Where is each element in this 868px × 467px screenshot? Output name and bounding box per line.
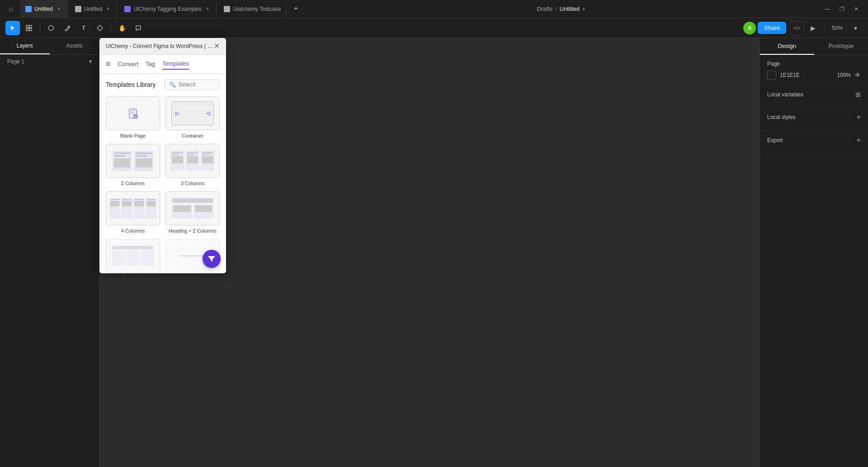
tab-uialchemy[interactable]: UiChemy Tagging Examples ✕ xyxy=(119,0,217,18)
tab-assets[interactable]: Assets xyxy=(50,38,99,54)
thumb-2col-visual xyxy=(110,149,156,173)
right-section-page-label: Page xyxy=(767,61,780,67)
tool-separator-3 xyxy=(824,24,825,33)
tab-close-uialchemy[interactable]: ✕ xyxy=(204,6,211,12)
breadcrumb-dropdown-icon[interactable]: ▾ xyxy=(582,5,585,12)
templates-library-title: Templates Library xyxy=(106,81,156,88)
tab-label-untitled2: Untitled xyxy=(84,6,103,12)
template-card-container[interactable]: ▷ ◁ Container xyxy=(165,96,220,138)
template-thumb-container[interactable]: ▷ ◁ xyxy=(165,96,220,130)
template-thumb-2-columns[interactable] xyxy=(106,144,160,178)
template-card-3-columns[interactable]: 3 Columns xyxy=(165,144,220,186)
tool-component[interactable] xyxy=(93,21,107,35)
zoom-display[interactable]: 50% xyxy=(828,23,846,33)
right-section-local-variables: Local variables ⊞ xyxy=(760,86,868,108)
maximize-button[interactable]: ❐ xyxy=(835,3,848,15)
right-section-local-styles-header: Local styles + xyxy=(767,113,861,121)
code-button[interactable]: </> xyxy=(790,21,804,35)
thumb-container-visual: ▷ ◁ xyxy=(171,101,214,125)
thumb-2col-left xyxy=(112,151,132,171)
zoom-dropdown-icon[interactable]: ▾ xyxy=(848,21,863,35)
eye-icon[interactable]: 👁 xyxy=(854,71,861,79)
template-card-heading-columns[interactable]: Heading Columns xyxy=(106,239,160,273)
template-card-blank-page[interactable]: Blank Page xyxy=(106,96,160,138)
search-icon: 🔍 xyxy=(169,81,176,88)
page-color-swatch[interactable] xyxy=(767,71,776,80)
plugin-title: UiChemy - Convert Figma to WordPress ( E… xyxy=(106,43,214,49)
plugin-nav-templates[interactable]: Templates xyxy=(162,58,189,70)
title-bar: ⌂ Untitled ✕ Untitled ✕ UiChemy Tagging … xyxy=(0,0,868,18)
template-card-4-columns[interactable]: 4 Columns xyxy=(106,191,160,234)
thumb-h2col-left xyxy=(172,204,192,219)
template-thumb-4-columns[interactable] xyxy=(106,191,160,225)
tab-design[interactable]: Design xyxy=(760,38,814,55)
tool-frame[interactable] xyxy=(22,21,36,35)
left-panel: Layers Assets Page 1 ▾ xyxy=(0,38,99,467)
template-name-heading-2-columns: Heading + 2 Columns xyxy=(165,228,220,234)
tab-testcase[interactable]: Uialchemy Testcase xyxy=(218,0,287,18)
thumb-4col-2 xyxy=(121,198,132,219)
home-icon[interactable]: ⌂ xyxy=(4,2,18,16)
tab-layers[interactable]: Layers xyxy=(0,38,50,54)
tool-separator-2 xyxy=(111,24,111,33)
tab-untitled1[interactable]: Untitled ✕ xyxy=(20,0,68,18)
page-color-row: 1E1E1E 100% 👁 xyxy=(767,71,861,80)
template-thumb-blank-page[interactable] xyxy=(106,96,160,130)
thumb-heading2col-visual xyxy=(170,196,215,220)
plugin-close-button[interactable]: ✕ xyxy=(214,43,220,50)
title-bar-right: — ❐ ✕ xyxy=(816,3,868,15)
plugin-nav-convert[interactable]: Convert xyxy=(118,59,139,69)
share-button[interactable]: Share xyxy=(758,22,786,34)
export-add-button[interactable]: + xyxy=(857,136,861,144)
template-thumb-3-columns[interactable] xyxy=(165,144,220,178)
title-bar-center: Drafts / Untitled ▾ xyxy=(307,5,816,12)
thumb-unknown-bar xyxy=(179,255,206,257)
search-input[interactable] xyxy=(179,81,215,88)
breadcrumb-separator: / xyxy=(555,5,557,12)
template-thumb-heading-2-columns[interactable] xyxy=(165,191,220,225)
local-styles-label: Local styles xyxy=(767,114,796,120)
tool-pen[interactable] xyxy=(60,21,75,35)
thumb-4col-visual xyxy=(108,196,158,220)
breadcrumb-current[interactable]: Untitled xyxy=(560,5,580,12)
close-button[interactable]: ✕ xyxy=(850,3,863,15)
thumb-container-arrow-left: ▷ xyxy=(175,110,179,116)
plugin-panel: UiChemy - Convert Figma to WordPress ( E… xyxy=(99,38,226,273)
template-card-2-columns[interactable]: 2 Columns xyxy=(106,144,160,186)
thumb-3col-2 xyxy=(186,151,200,171)
minimize-button[interactable]: — xyxy=(821,3,834,15)
tab-prototype[interactable]: Prototype xyxy=(814,38,868,55)
avatar: A xyxy=(743,22,756,34)
tool-move[interactable] xyxy=(5,21,20,35)
templates-library-header: Templates Library 🔍 xyxy=(99,74,226,94)
tool-text[interactable]: T xyxy=(76,21,91,35)
templates-grid: Blank Page ▷ ◁ Container xyxy=(99,94,226,273)
page-color-value[interactable]: 1E1E1E xyxy=(780,72,800,78)
template-name-container: Container xyxy=(165,133,220,138)
tool-shape[interactable] xyxy=(44,21,58,35)
right-section-page: Page 1E1E1E 100% 👁 xyxy=(760,55,868,86)
fab-funnel-button[interactable] xyxy=(203,250,221,268)
tab-label-untitled1: Untitled xyxy=(34,6,53,12)
tool-hand[interactable]: ✋ xyxy=(115,21,129,35)
right-panel: Design Prototype Page 1E1E1E 100% 👁 Loca… xyxy=(760,38,868,467)
template-card-heading-2-columns[interactable]: Heading + 2 Columns xyxy=(165,191,220,234)
local-styles-add-button[interactable]: + xyxy=(857,113,861,121)
local-variables-icon[interactable]: ⊞ xyxy=(855,91,861,98)
tab-close-untitled2[interactable]: ✕ xyxy=(105,6,111,12)
template-name-3-columns: 3 Columns xyxy=(165,181,220,186)
right-section-local-styles: Local styles + xyxy=(760,108,868,131)
plugin-nav-tag[interactable]: Tag xyxy=(146,59,155,69)
play-button[interactable]: ▶ xyxy=(806,21,821,35)
plugin-nav-menu-icon[interactable]: ≡ xyxy=(106,59,111,69)
tab-untitled2[interactable]: Untitled ✕ xyxy=(70,0,118,18)
tab-favicon-uialchemy xyxy=(124,6,131,12)
thumb-blank-page-icon xyxy=(106,97,160,130)
template-thumb-heading-columns[interactable] xyxy=(106,239,160,273)
tool-comment[interactable] xyxy=(131,21,146,35)
add-tab-button[interactable]: + xyxy=(288,2,303,16)
thumb-container-arrow-right: ◁ xyxy=(206,110,210,116)
page-dropdown-icon[interactable]: ▾ xyxy=(89,58,92,65)
tab-close-untitled1[interactable]: ✕ xyxy=(56,6,62,12)
page-color-opacity[interactable]: 100% xyxy=(837,72,851,78)
